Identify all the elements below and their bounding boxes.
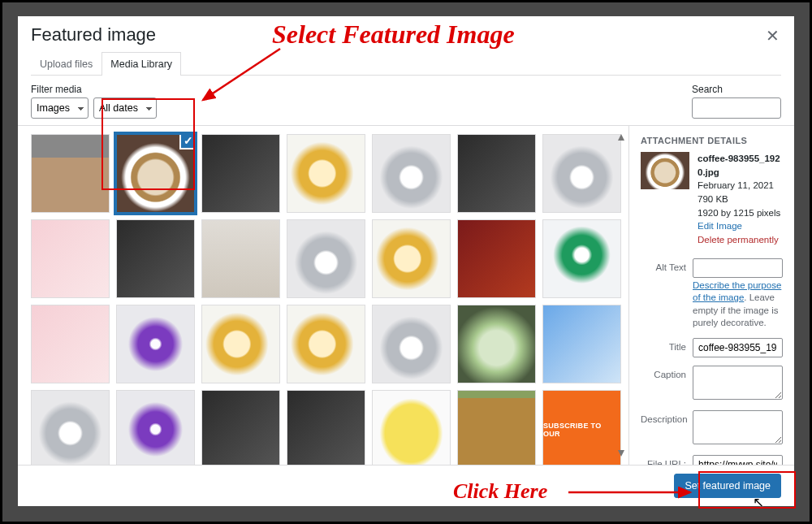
edit-image-link[interactable]: Edit Image [698,221,742,231]
description-label: Description [641,410,686,424]
media-thumb-street[interactable] [287,390,365,465]
media-thumb-gold-ring[interactable] [287,305,365,383]
media-thumb-restaurant[interactable] [201,390,280,465]
title-row: Title [641,338,783,357]
set-featured-image-button[interactable]: Set featured image [674,474,781,498]
media-thumb-jewels-pile[interactable] [31,305,110,383]
search-label: Search [692,84,781,95]
media-grid: ✓SUBSCRIBE TO OUR [31,134,625,465]
attachment-meta: coffee-983955_1920.jpg February 11, 2021… [698,152,783,247]
media-thumb-bracelet-red[interactable] [457,219,536,298]
media-thumb-subscribe-banner[interactable]: SUBSCRIBE TO OUR [542,390,621,465]
description-row: Description [641,410,783,447]
file-url-input[interactable] [693,455,783,465]
title-input[interactable] [693,338,783,357]
media-thumb-tiara[interactable] [287,219,365,298]
media-thumb-pearls[interactable] [31,219,110,298]
filter-media-group: Filter media Images All dates [31,84,157,119]
file-url-row: File URL: Copy URL to clipboard [641,455,783,465]
attachment-date: February 11, 2021 [698,179,783,193]
attachment-thumbnail [641,152,689,189]
modal-header: Featured image ✕ Upload files Media Libr… [18,16,794,76]
attachment-dimensions: 1920 by 1215 pixels [698,206,783,220]
media-thumb-silver-ring2[interactable] [116,219,195,298]
modal-body: ✓SUBSCRIBE TO OUR ATTACHMENT DETAILS cof… [18,125,794,465]
filter-media-label: Filter media [31,84,157,95]
media-date-select[interactable]: All dates [93,97,157,119]
media-thumb-bananas[interactable] [372,390,451,465]
media-thumb-stones[interactable] [201,219,280,298]
attachment-filesize: 790 KB [698,193,783,206]
media-toolbar: Filter media Images All dates Search [18,76,794,125]
media-thumb-purple-ring[interactable] [116,390,195,465]
media-thumb-amethyst[interactable] [116,305,195,383]
attachment-preview-row: coffee-983955_1920.jpg February 11, 2021… [641,152,783,247]
title-label: Title [641,338,686,352]
media-thumb-earrings[interactable] [31,390,110,465]
modal-footer: Set featured image [18,465,794,506]
media-thumb-silver-rings[interactable] [542,134,621,213]
media-thumb-gold-rings[interactable] [287,134,365,213]
media-thumb-charm-bracelet[interactable] [542,305,621,383]
alt-text-label: Alt Text [641,258,686,272]
media-thumb-belt-buckle[interactable] [201,134,280,213]
media-tabs: Upload files Media Library [31,52,781,76]
alt-text-input[interactable] [693,258,783,278]
media-thumb-tree-path[interactable] [457,390,536,465]
media-type-select[interactable]: Images [31,97,89,119]
tab-media-library[interactable]: Media Library [102,52,181,76]
search-group: Search [692,84,781,119]
scrollbar[interactable] [615,134,627,457]
media-thumb-emerald-ring[interactable] [542,219,621,298]
attachment-filename: coffee-983955_1920.jpg [698,152,783,179]
caption-row: Caption [641,366,783,402]
media-thumb-gold-fashion[interactable] [201,305,280,383]
media-grid-container[interactable]: ✓SUBSCRIBE TO OUR [18,126,628,465]
caption-label: Caption [641,366,686,379]
alt-text-row: Alt Text Describe the purpose of the ima… [641,258,783,330]
caption-input[interactable] [693,366,783,400]
media-thumb-coffee-cup[interactable]: ✓ [116,134,195,213]
close-icon: ✕ [766,27,780,45]
media-thumb-tiara2[interactable] [372,305,451,383]
media-thumb-diamond-ring[interactable] [372,134,451,213]
description-input[interactable] [693,410,783,444]
attachment-sidebar: ATTACHMENT DETAILS coffee-983955_1920.jp… [628,126,794,465]
media-thumb-bangles[interactable] [372,219,451,298]
attachment-details-heading: ATTACHMENT DETAILS [641,136,783,145]
media-thumb-laptop-desk[interactable] [31,134,110,213]
file-url-label: File URL: [641,455,686,465]
close-button[interactable]: ✕ [759,23,786,49]
search-input[interactable] [692,97,781,119]
delete-permanently-link[interactable]: Delete permanently [698,235,779,245]
media-thumb-ring-box[interactable] [457,134,536,213]
modal-title: Featured image [31,24,781,45]
featured-image-modal: Featured image ✕ Upload files Media Libr… [18,16,794,506]
media-thumb-bokeh-green[interactable] [457,305,536,383]
tab-upload-files[interactable]: Upload files [31,52,102,76]
selected-check-icon: ✓ [179,134,195,149]
